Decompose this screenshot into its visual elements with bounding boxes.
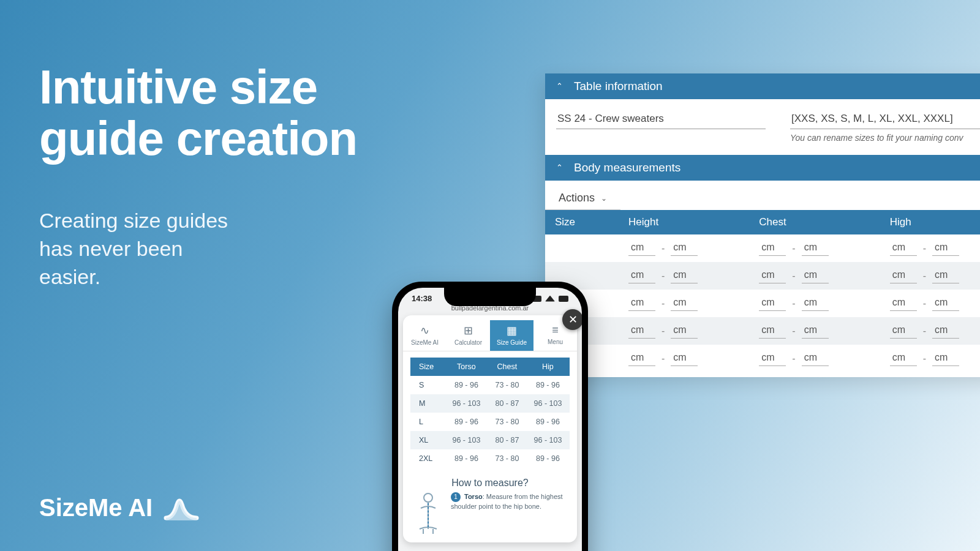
section-header-body-measurements[interactable]: ⌃ Body measurements	[545, 155, 980, 181]
section-header-table-info[interactable]: ⌃ Table information	[545, 73, 980, 99]
dash: -	[923, 243, 926, 254]
cm-from-input[interactable]: cm	[759, 268, 786, 283]
cell: L	[410, 413, 445, 431]
dash: -	[923, 298, 926, 309]
table-row: S89 - 9673 - 8089 - 96	[410, 376, 570, 394]
cm-from-input[interactable]: cm	[628, 351, 655, 366]
hero-title-line1: Intuitive size	[39, 60, 317, 114]
table-sizes-input[interactable]	[790, 110, 980, 129]
range-cell: cm-cm	[880, 345, 980, 372]
cm-from-input[interactable]: cm	[890, 268, 917, 283]
range-cell: cm-cm	[880, 317, 980, 345]
status-indicators	[532, 294, 568, 303]
cm-from-input[interactable]: cm	[628, 323, 655, 339]
range-cell: cm-cm	[749, 290, 880, 317]
cm-to-input[interactable]: cm	[671, 241, 698, 256]
cm-to-input[interactable]: cm	[671, 351, 698, 366]
cell: 2XL	[410, 449, 445, 468]
cell: 73 - 80	[488, 376, 526, 394]
dash: -	[792, 326, 795, 337]
cm-from-input[interactable]: cm	[628, 296, 655, 311]
section-title: Table information	[574, 80, 663, 93]
cm-from-input[interactable]: cm	[890, 241, 917, 256]
cell: XL	[410, 431, 445, 449]
table-row: cm-cmcm-cmcm-cm	[545, 345, 980, 372]
modal-tabs: ∿SizeMe AI ⊞Calculator ▦Size Guide ≡Menu	[403, 320, 577, 351]
tab-label: SizeMe AI	[411, 339, 439, 346]
tab-calculator[interactable]: ⊞Calculator	[447, 320, 490, 351]
cm-from-input[interactable]: cm	[890, 296, 917, 311]
dash: -	[792, 353, 795, 364]
table-row: cm-cmcm-cmcm-cm	[545, 262, 980, 290]
cm-from-input[interactable]: cm	[890, 351, 917, 366]
range-cell: cm-cm	[880, 290, 980, 317]
tab-size-guide[interactable]: ▦Size Guide	[490, 320, 533, 351]
cm-from-input[interactable]: cm	[759, 296, 786, 311]
cm-to-input[interactable]: cm	[802, 351, 829, 366]
range-cell: cm-cm	[749, 345, 880, 372]
table-sizes-field: You can rename sizes to fit your naming …	[790, 110, 980, 143]
cm-from-input[interactable]: cm	[759, 323, 786, 339]
cell: 89 - 96	[526, 449, 570, 468]
mini-size-table: Size Torso Chest Hip S89 - 9673 - 8089 -…	[410, 358, 570, 468]
size-guide-modal: ✕ ∿SizeMe AI ⊞Calculator ▦Size Guide ≡Me…	[403, 315, 577, 542]
cm-to-input[interactable]: cm	[932, 241, 959, 256]
col-size: Size	[545, 210, 619, 234]
chevron-up-icon: ⌃	[556, 81, 563, 91]
cm-from-input[interactable]: cm	[628, 268, 655, 283]
cm-to-input[interactable]: cm	[932, 323, 959, 339]
measurements-table: Size Height Chest High cm-cmcm-cmcm-cmcm…	[545, 210, 980, 372]
table-row: XL96 - 10380 - 8796 - 103	[410, 431, 570, 449]
cm-to-input[interactable]: cm	[802, 323, 829, 339]
cm-from-input[interactable]: cm	[759, 351, 786, 366]
table-name-input[interactable]	[556, 110, 766, 129]
cm-to-input[interactable]: cm	[932, 268, 959, 283]
cell: 89 - 96	[445, 413, 488, 431]
mini-col-chest: Chest	[488, 358, 526, 376]
cm-from-input[interactable]: cm	[628, 241, 655, 256]
table-info-row: You can rename sizes to fit your naming …	[545, 99, 980, 146]
cell: 96 - 103	[526, 394, 570, 413]
cm-to-input[interactable]: cm	[932, 351, 959, 366]
how-to-row: 1Torso: Measure from the highest shoulde…	[403, 492, 577, 535]
actions-dropdown[interactable]: Actions ⌄	[545, 181, 620, 210]
sizes-hint: You can rename sizes to fit your naming …	[790, 133, 980, 143]
brand-logo-icon	[164, 496, 199, 520]
cm-to-input[interactable]: cm	[802, 296, 829, 311]
cm-to-input[interactable]: cm	[802, 268, 829, 283]
cell: 80 - 87	[488, 431, 526, 449]
dash: -	[662, 353, 665, 364]
brand-name: SizeMe AI	[39, 494, 153, 522]
size-cell[interactable]	[545, 234, 619, 262]
wifi-icon	[545, 296, 555, 302]
tab-sizeme-ai[interactable]: ∿SizeMe AI	[403, 320, 447, 351]
phone-screen: 14:38 bullpadelargentina.com.ar ✕ ∿SizeM…	[398, 288, 582, 551]
cm-from-input[interactable]: cm	[890, 323, 917, 339]
table-row: cm-cmcm-cmcm-cm	[545, 234, 980, 262]
svg-point-0	[424, 493, 432, 502]
tab-label: Size Guide	[497, 339, 527, 346]
cm-to-input[interactable]: cm	[671, 296, 698, 311]
range-cell: cm-cm	[619, 262, 749, 290]
cell: 96 - 103	[445, 431, 488, 449]
cell: 89 - 96	[445, 449, 488, 468]
calculator-icon: ⊞	[447, 324, 490, 337]
col-high: High	[880, 210, 980, 234]
cm-from-input[interactable]: cm	[759, 241, 786, 256]
cell: 73 - 80	[488, 413, 526, 431]
phone-notch	[444, 288, 536, 306]
cm-to-input[interactable]: cm	[671, 268, 698, 283]
range-cell: cm-cm	[619, 317, 749, 345]
cm-to-input[interactable]: cm	[671, 323, 698, 339]
step-strong: Torso	[464, 493, 483, 500]
mini-col-torso: Torso	[445, 358, 488, 376]
cm-to-input[interactable]: cm	[932, 296, 959, 311]
col-height: Height	[619, 210, 749, 234]
chevron-up-icon: ⌃	[556, 163, 563, 172]
cell: M	[410, 394, 445, 413]
body-diagram-icon	[412, 492, 445, 535]
close-button[interactable]: ✕	[562, 309, 582, 330]
hero-title-line2: guide creation	[39, 111, 357, 165]
cm-to-input[interactable]: cm	[802, 241, 829, 256]
dash: -	[923, 326, 926, 337]
